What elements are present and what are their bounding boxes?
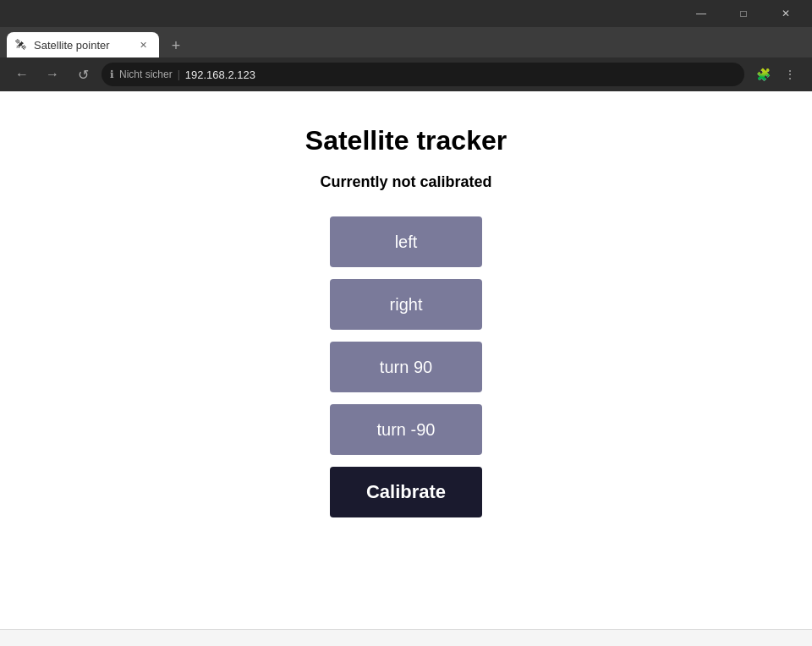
browser-actions: 🧩 ⋮ [751, 63, 802, 86]
tab-bar: 🛰 Satellite pointer ✕ + [0, 27, 812, 57]
new-tab-button[interactable]: + [164, 34, 188, 57]
address-divider: | [178, 68, 180, 80]
buttons-container: left right turn 90 turn -90 Calibrate [330, 216, 482, 517]
reload-button[interactable]: ↺ [71, 63, 95, 86]
tab-close-button[interactable]: ✕ [135, 37, 151, 52]
status-bar [0, 629, 812, 646]
minimize-button[interactable]: — [682, 0, 721, 27]
not-secure-label: Nicht sicher [119, 68, 173, 80]
back-button[interactable]: ← [10, 63, 34, 86]
right-button[interactable]: right [330, 279, 482, 330]
security-icon: ℹ [110, 68, 114, 80]
calibration-status: Currently not calibrated [320, 173, 491, 191]
tab-favicon: 🛰 [15, 38, 29, 52]
browser-window: — □ ✕ 🛰 Satellite pointer ✕ + ← → ↺ [0, 0, 812, 646]
maximize-button[interactable]: □ [724, 0, 763, 27]
url-text: 192.168.2.123 [185, 68, 255, 81]
forward-button[interactable]: → [41, 63, 64, 86]
extensions-icon: 🧩 [756, 68, 771, 81]
page-title: Satellite tracker [305, 125, 507, 156]
page-content: Satellite tracker Currently not calibrat… [0, 91, 812, 629]
menu-icon: ⋮ [784, 68, 796, 81]
tab-title: Satellite pointer [34, 39, 130, 52]
address-bar: ← → ↺ ℹ Nicht sicher | 192.168.2.123 🧩 ⋮ [0, 57, 812, 91]
address-input-wrapper[interactable]: ℹ Nicht sicher | 192.168.2.123 [102, 63, 744, 86]
turn90-button[interactable]: turn 90 [330, 342, 482, 392]
menu-button[interactable]: ⋮ [778, 63, 802, 86]
window-controls: — □ ✕ [682, 0, 805, 27]
calibrate-button[interactable]: Calibrate [330, 467, 482, 517]
left-button[interactable]: left [330, 216, 482, 267]
extensions-button[interactable]: 🧩 [751, 63, 775, 86]
title-bar: — □ ✕ [0, 0, 812, 27]
turn-neg90-button[interactable]: turn -90 [330, 404, 482, 455]
active-tab[interactable]: 🛰 Satellite pointer ✕ [7, 32, 159, 57]
close-button[interactable]: ✕ [766, 0, 805, 27]
